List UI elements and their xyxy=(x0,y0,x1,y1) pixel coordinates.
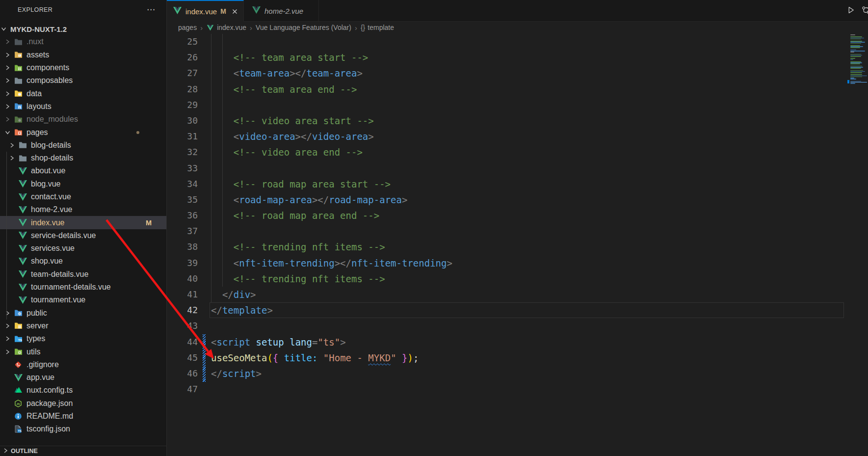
tree-item--nuxt[interactable]: .nuxt xyxy=(0,35,166,48)
code-line-34[interactable]: 34 <!-- road map area start --> xyxy=(167,176,868,192)
line-number[interactable]: 41 xyxy=(167,287,198,302)
tree-item-data[interactable]: data xyxy=(0,87,166,100)
code-line-28[interactable]: 28 <!-- team area end --> xyxy=(167,81,868,97)
chevron-right-icon[interactable] xyxy=(5,116,14,122)
close-icon[interactable] xyxy=(231,7,239,16)
chevron-right-icon[interactable] xyxy=(9,155,19,161)
run-button[interactable] xyxy=(847,6,855,16)
tree-item-services-vue[interactable]: services.vue xyxy=(0,242,166,255)
line-number[interactable]: 38 xyxy=(167,239,198,255)
tree-item-types[interactable]: TStypes xyxy=(0,332,166,345)
code-line-38[interactable]: 38 <!-- trending nft items --> xyxy=(167,239,868,255)
breadcrumb-item-template[interactable]: {}template xyxy=(361,24,394,31)
line-number[interactable]: 39 xyxy=(167,255,198,271)
line-number[interactable]: 40 xyxy=(167,271,198,287)
code-line-39[interactable]: 39 <nft-item-trending></nft-item-trendin… xyxy=(167,255,868,271)
tree-item-shop-details[interactable]: shop-details xyxy=(0,152,166,164)
line-number[interactable]: 26 xyxy=(167,50,198,65)
code-line-33[interactable]: 33 xyxy=(167,161,868,176)
code-line-36[interactable]: 36 <!-- road map area end --> xyxy=(167,208,868,223)
chevron-right-icon[interactable] xyxy=(9,142,19,148)
tree-item-blog-details[interactable]: blog-details xyxy=(0,139,166,152)
tree-item-blog-vue[interactable]: blog.vue xyxy=(0,178,166,190)
code-line-45[interactable]: 45useSeoMeta({ title: "Home - MYKD" }); xyxy=(167,350,868,366)
tree-item-about-vue[interactable]: about.vue xyxy=(0,164,166,177)
code-line-44[interactable]: 44<script setup lang="ts"> xyxy=(167,334,868,350)
code-line-42[interactable]: 42</template> xyxy=(167,302,868,318)
tree-item-nuxt-config-ts[interactable]: nuxt.config.ts xyxy=(0,384,166,397)
tree-item-team-details-vue[interactable]: team-details.vue xyxy=(0,268,166,281)
chevron-right-icon[interactable] xyxy=(5,39,14,45)
chevron-right-icon[interactable] xyxy=(5,65,14,71)
code-line-29[interactable]: 29 xyxy=(167,97,868,113)
line-number[interactable]: 45 xyxy=(167,350,198,366)
tree-item-tsconfig-json[interactable]: TStsconfig.json xyxy=(0,423,166,435)
tree-item-tournament-vue[interactable]: tournament.vue xyxy=(0,294,166,306)
line-number[interactable]: 32 xyxy=(167,144,198,160)
chevron-down-icon[interactable] xyxy=(1,26,10,32)
tree-item-layouts[interactable]: layouts xyxy=(0,100,166,113)
line-number[interactable]: 37 xyxy=(167,223,198,239)
line-number[interactable]: 34 xyxy=(167,176,198,192)
line-number[interactable]: 31 xyxy=(167,129,198,144)
tree-item-node-modules[interactable]: node_modules xyxy=(0,113,166,126)
code-line-32[interactable]: 32 <!-- video area end --> xyxy=(167,144,868,160)
tree-item-assets[interactable]: assets xyxy=(0,49,166,61)
line-number[interactable]: 44 xyxy=(167,334,198,350)
tree-item-package-json[interactable]: JSpackage.json xyxy=(0,397,166,410)
breadcrumb-item-index-vue[interactable]: index.vue xyxy=(206,24,246,31)
code-line-31[interactable]: 31 <video-area></video-area> xyxy=(167,129,868,144)
code-line-27[interactable]: 27 <team-area></team-area> xyxy=(167,65,868,81)
outline-section-header[interactable]: OUTLINE xyxy=(0,446,166,456)
code-line-25[interactable]: 25 xyxy=(167,34,868,50)
line-number[interactable]: 28 xyxy=(167,81,198,97)
tab-home-2-vue[interactable]: home-2.vue xyxy=(244,0,319,22)
tree-item-pages[interactable]: pages xyxy=(0,126,166,138)
chevron-right-icon[interactable] xyxy=(5,336,14,342)
tree-item-tournament-details-vue[interactable]: tournament-details.vue xyxy=(0,281,166,294)
tree-item-public[interactable]: public xyxy=(0,307,166,320)
open-changes-button[interactable] xyxy=(862,6,868,16)
chevron-right-icon[interactable] xyxy=(5,52,14,58)
line-number[interactable]: 25 xyxy=(167,34,198,50)
line-number[interactable]: 35 xyxy=(167,192,198,208)
breadcrumb-item-pages[interactable]: pages xyxy=(178,24,197,31)
line-number[interactable]: 46 xyxy=(167,366,198,381)
code-line-30[interactable]: 30 <!-- video area start --> xyxy=(167,113,868,129)
tree-item-shop-vue[interactable]: shop.vue xyxy=(0,255,166,268)
code-line-43[interactable]: 43 xyxy=(167,318,868,334)
tree-item-index-vue[interactable]: index.vueM xyxy=(0,216,166,229)
minimap[interactable] xyxy=(847,33,868,88)
code-line-40[interactable]: 40 <!-- trending nft items --> xyxy=(167,271,868,287)
code-editor[interactable]: 2526 <!-- team area start -->27 <team-ar… xyxy=(167,33,868,456)
tree-item-app-vue[interactable]: app.vue xyxy=(0,371,166,384)
chevron-down-icon[interactable] xyxy=(5,130,14,135)
chevron-right-icon[interactable] xyxy=(5,323,14,329)
tree-item-utils[interactable]: utils xyxy=(0,345,166,358)
code-line-35[interactable]: 35 <road-map-area></road-map-area> xyxy=(167,192,868,208)
tree-item-components[interactable]: components xyxy=(0,61,166,74)
line-number[interactable]: 27 xyxy=(167,65,198,81)
line-number[interactable]: 43 xyxy=(167,318,198,334)
ellipsis-icon[interactable]: ⋯ xyxy=(147,7,156,12)
line-number[interactable]: 29 xyxy=(167,97,198,113)
tree-root[interactable]: MYKD-NUXT-1.2 xyxy=(0,23,166,35)
tree-item-service-details-vue[interactable]: service-details.vue xyxy=(0,229,166,242)
code-line-26[interactable]: 26 <!-- team area start --> xyxy=(167,50,868,65)
code-line-37[interactable]: 37 xyxy=(167,223,868,239)
line-number[interactable]: 30 xyxy=(167,113,198,129)
breadcrumb-item-vue-language-features-volar-[interactable]: Vue Language Features (Volar) xyxy=(256,24,351,31)
tree-item-readme-md[interactable]: README.md xyxy=(0,410,166,423)
chevron-right-icon[interactable] xyxy=(5,104,14,109)
chevron-right-icon[interactable] xyxy=(5,78,14,83)
code-line-46[interactable]: 46</script> xyxy=(167,366,868,381)
tree-item-contact-vue[interactable]: contact.vue xyxy=(0,190,166,203)
chevron-right-icon[interactable] xyxy=(5,349,14,355)
tab-index-vue[interactable]: index.vue M xyxy=(167,0,244,22)
line-number[interactable]: 36 xyxy=(167,208,198,223)
tree-item--gitignore[interactable]: .gitignore xyxy=(0,358,166,371)
line-number[interactable]: 42 xyxy=(167,302,198,318)
code-line-47[interactable]: 47 xyxy=(167,381,868,397)
tree-item-composables[interactable]: composables xyxy=(0,74,166,87)
tree-item-server[interactable]: server xyxy=(0,320,166,332)
